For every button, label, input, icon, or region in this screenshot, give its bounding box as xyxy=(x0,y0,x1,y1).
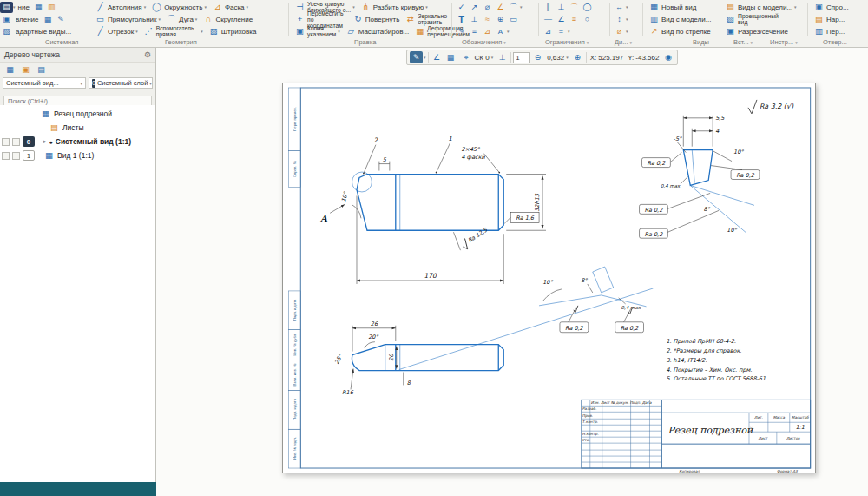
expander-icon[interactable]: ▸ xyxy=(43,138,47,145)
tool-scale[interactable]: ▱Масштабиров... xyxy=(343,25,412,37)
tool-arc[interactable]: ⌒Дуга▾ xyxy=(163,13,200,25)
views-icon[interactable]: ▧ xyxy=(0,26,13,37)
view-lock-toggle[interactable] xyxy=(12,152,20,160)
view-state-toggle[interactable] xyxy=(2,138,10,146)
tree-item-document[interactable]: ▦ Резец подрезной xyxy=(0,107,155,121)
toolbar-item-standard-views[interactable]: адартные виды... xyxy=(13,25,74,37)
capture-icon[interactable]: ◉ xyxy=(661,51,674,63)
view-number-badge[interactable]: 1 xyxy=(23,150,35,161)
ribbon-section-annotations[interactable]: Обозначения▾ xyxy=(462,38,506,46)
ribbon-section-tools[interactable]: Инстр...▾ xyxy=(770,38,798,46)
drawing-sheet[interactable]: Перв. примен. Справ. № Подп. и дата Инв.… xyxy=(282,83,816,473)
arc-dim-icon[interactable]: ⌒ xyxy=(507,2,520,13)
zoom-out-icon[interactable]: ⊖ xyxy=(531,51,544,63)
ribbon-section-dimensions[interactable]: Ди...▾ xyxy=(615,38,632,46)
tangent-icon[interactable]: ⌒ xyxy=(568,2,581,13)
toolbar-item-left-2[interactable]: вление xyxy=(13,13,42,25)
ribbon-section-holes[interactable]: Отвер... xyxy=(823,38,847,46)
tree-item-sheets[interactable]: ▤ Листы xyxy=(0,121,155,135)
tool-move-by-coords[interactable]: +Переместить по координатам xyxy=(292,13,350,25)
ribbon-section-edit[interactable]: Правка xyxy=(354,38,376,46)
angle-dim-icon[interactable]: ∠ xyxy=(494,2,507,13)
ribbon-section-system[interactable]: Системная xyxy=(45,38,78,46)
tool-right-2[interactable]: ▤Нар... xyxy=(811,13,847,25)
text-tool-icon[interactable]: Т xyxy=(455,14,468,25)
wavy-line-icon[interactable]: ≈ xyxy=(481,14,494,25)
rounding-input[interactable] xyxy=(513,52,530,63)
roughness-icon[interactable]: ✓ xyxy=(455,2,468,13)
edit-icon[interactable]: ✎ xyxy=(55,14,68,25)
tree-filter-icon[interactable]: ▦ xyxy=(3,63,16,75)
perpendicular-dim-icon[interactable]: ⊥ xyxy=(468,14,481,25)
view-state-toggle[interactable] xyxy=(2,152,10,160)
tool-view-from-model[interactable]: ▥Вид с модели... xyxy=(646,13,722,25)
drawing-canvas[interactable]: ✎▾ ∠ ▦ ⌖СК 0▾ ⊥ ⊖ 0,632▾ ⊕ X:525.197 Y:-… xyxy=(156,48,868,496)
center-mark-icon[interactable]: ⊕ xyxy=(494,14,507,25)
ribbon-section-geometry[interactable]: Геометрия xyxy=(165,38,197,46)
vertical-dim-icon[interactable]: ↕ xyxy=(613,14,626,25)
snap-pencil-icon[interactable]: ✎ xyxy=(410,51,423,63)
toolbar-item-left-1[interactable]: ние xyxy=(16,1,32,13)
equal-icon[interactable]: ≡ xyxy=(468,26,481,37)
tree-image-icon[interactable]: ▣ xyxy=(19,63,32,75)
drawing-sheet-svg[interactable]: Перв. примен. Справ. № Подп. и дата Инв.… xyxy=(283,83,815,473)
tree-item-view-1[interactable]: 1 ▦ Вид 1 (1:1) xyxy=(0,149,155,162)
main-view[interactable]: 2 1 2×45° 4 фаски 5 10° А xyxy=(320,135,546,284)
tool-views-from-model[interactable]: ▤Виды с модели...▾ xyxy=(722,1,799,13)
tool-hatch[interactable]: ▨Штриховка xyxy=(206,25,260,37)
angle-icon[interactable]: ∠ xyxy=(555,14,568,25)
current-view-select[interactable]: Системный вид...▾ xyxy=(3,77,86,89)
save-icon[interactable]: ▥ xyxy=(45,2,58,13)
ribbon-section-views[interactable]: Виды xyxy=(693,38,709,46)
current-layer-select[interactable]: 0 Системный слой▾ xyxy=(89,77,153,89)
tree-layers-icon[interactable]: ▤ xyxy=(35,63,48,75)
tool-fillet[interactable]: ∩Скругление xyxy=(200,13,255,25)
ortho-icon[interactable]: ⊥ xyxy=(496,51,509,63)
tool-rectangle[interactable]: ▭Прямоугольник▾ xyxy=(92,13,163,25)
letter-icon[interactable]: A xyxy=(494,26,507,37)
tool-split-curve[interactable]: ⋔Разбить кривую▾ xyxy=(358,1,431,13)
view-number-badge[interactable]: 0 xyxy=(23,136,35,147)
tool-right-1[interactable]: ▣Спро... xyxy=(811,1,852,13)
perpendicular-icon[interactable]: ⊥ xyxy=(555,2,568,13)
fix-icon[interactable]: ⊿ xyxy=(542,26,555,37)
tool-circle[interactable]: ◯Окружность▾ xyxy=(148,1,209,13)
tool-section-view[interactable]: ▣Разрез/сечение xyxy=(722,25,791,37)
tool-construction-line[interactable]: ⋰Вспомогатель... прямая▾ xyxy=(141,25,206,37)
tool-rotate[interactable]: ↻Повернуть xyxy=(350,13,403,25)
tool-arrow-view[interactable]: ↗Вид по стрелке xyxy=(646,25,722,37)
ribbon-section-constraints[interactable]: Ограничения▾ xyxy=(545,38,589,46)
equality-icon[interactable]: = xyxy=(555,26,568,37)
tool-right-3[interactable]: ▥Пер... xyxy=(811,25,847,37)
table-icon[interactable]: ▭ xyxy=(507,14,520,25)
open-icon[interactable]: ▦ xyxy=(32,2,45,13)
horizontal-icon[interactable]: — xyxy=(542,14,555,25)
tool-new-view[interactable]: ▦Новый вид xyxy=(646,1,722,13)
angle-snap-icon[interactable]: ∠ xyxy=(431,51,444,63)
triangle-icon[interactable]: ⊿ xyxy=(481,26,494,37)
ribbon-section-insert[interactable]: Вст...▾ xyxy=(733,38,753,46)
top-detail-view[interactable]: 5,5 4 -5° 10° 8° 10° 0,4 max xyxy=(640,115,760,238)
tool-projection-view[interactable]: ▧Проекционный вид xyxy=(722,13,781,25)
zoom-in-icon[interactable]: ⊕ xyxy=(571,51,584,63)
pencil-icon[interactable]: ✎ xyxy=(455,26,468,37)
grid-icon[interactable]: ▦ xyxy=(42,14,55,25)
diameter-dim-icon[interactable]: ⌀ xyxy=(613,26,626,37)
gear-icon[interactable]: ⚙ xyxy=(144,50,151,59)
leader-icon[interactable]: ↗ xyxy=(468,2,481,13)
diameter-icon[interactable]: ⌀ xyxy=(481,2,494,13)
view-lock-toggle[interactable] xyxy=(12,138,20,146)
doc-icon[interactable]: ▣ xyxy=(0,14,13,25)
point-icon[interactable]: ○ xyxy=(581,14,594,25)
tool-chamfer[interactable]: ⊿Фаска▾ xyxy=(209,1,251,13)
tool-segment[interactable]: ╱Отрезок▾ xyxy=(92,25,141,37)
app-menu-icon[interactable]: ▤ xyxy=(0,2,13,13)
plan-view[interactable]: 26 20° 25° 20 8 R16 xyxy=(333,288,653,396)
concentric-icon[interactable]: ◯ xyxy=(581,2,594,13)
equal-length-icon[interactable]: ≡ xyxy=(568,14,581,25)
coordinate-system-select[interactable]: ⌖СК 0▾ xyxy=(458,51,496,63)
tool-copy[interactable]: ▣Копия указанием▾ xyxy=(292,25,343,37)
tool-mirror[interactable]: ⇄Зеркально отразить xyxy=(402,13,450,25)
tool-autoline[interactable]: ╱Автолиния▾ xyxy=(92,1,148,13)
tree-item-system-view[interactable]: 0 ▸ ● Системный вид (1:1) xyxy=(0,135,155,149)
